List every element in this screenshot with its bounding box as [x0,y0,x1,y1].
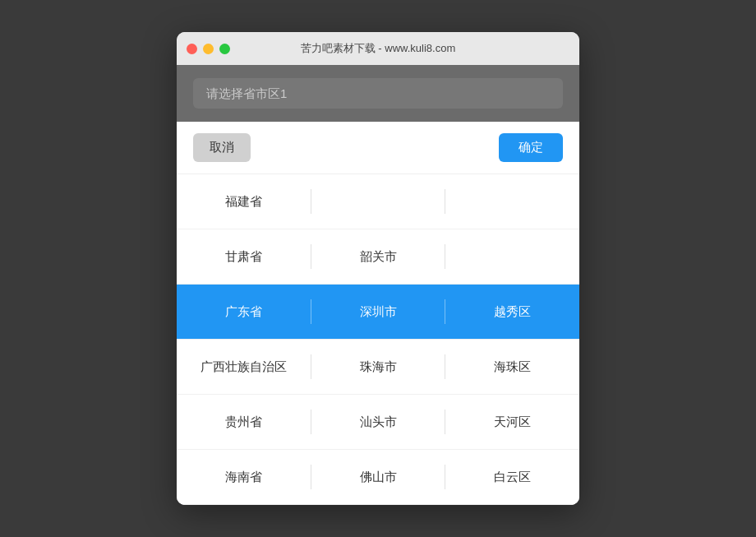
traffic-lights [187,44,230,54]
cell-text: 珠海市 [360,359,397,375]
picker-cell[interactable]: 珠海市 [311,340,445,394]
picker-cell[interactable]: 韶关市 [311,229,445,284]
cell-text: 广东省 [225,304,262,320]
cancel-button[interactable]: 取消 [193,133,251,162]
confirm-button[interactable]: 确定 [499,133,563,162]
picker-cell[interactable]: 汕头市 [311,395,445,449]
picker-cell[interactable] [445,229,579,284]
cell-text: 贵州省 [225,414,262,430]
picker-row[interactable]: 广东省深圳市越秀区 [177,285,579,340]
window-title: 苦力吧素材下载 - www.kuli8.com [301,41,456,56]
cell-text: 海南省 [225,470,262,485]
cell-text: 天河区 [494,414,531,430]
picker-cell[interactable]: 天河区 [445,395,579,449]
picker-cell[interactable]: 广东省 [177,285,311,339]
picker-cell[interactable]: 深圳市 [311,285,445,339]
picker-cell[interactable] [445,174,579,229]
cell-text: 韶关市 [360,249,397,265]
picker-row[interactable]: 广西壮族自治区珠海市海珠区 [177,340,579,395]
picker-row[interactable]: 福建省 [177,174,579,229]
picker-cell[interactable]: 广西壮族自治区 [177,340,311,394]
cell-text: 佛山市 [360,470,397,485]
cell-text: 汕头市 [360,414,397,430]
picker-cell[interactable]: 贵州省 [177,395,311,449]
picker-cell[interactable]: 海南省 [177,450,311,504]
minimize-button[interactable] [203,44,214,54]
search-input[interactable] [193,78,563,109]
action-bar: 取消 确定 [177,122,579,174]
picker-row[interactable]: 海南省佛山市白云区 [177,450,579,505]
cell-text: 广西壮族自治区 [201,359,287,375]
picker-row[interactable]: 贵州省汕头市天河区 [177,395,579,450]
picker-cell[interactable]: 福建省 [177,174,311,229]
picker-cell[interactable]: 白云区 [445,450,579,504]
maximize-button[interactable] [219,44,230,54]
search-bar [177,65,579,122]
cell-text: 越秀区 [494,304,531,320]
cell-text: 深圳市 [360,304,397,320]
cell-text: 甘肃省 [225,249,262,265]
app-window: 苦力吧素材下载 - www.kuli8.com 取消 确定 福建省甘肃省韶关市广… [177,32,579,505]
cell-text: 白云区 [494,470,531,485]
cell-text: 海珠区 [494,359,531,375]
title-bar: 苦力吧素材下载 - www.kuli8.com [177,32,579,65]
picker-cell[interactable]: 甘肃省 [177,229,311,284]
picker-cell[interactable]: 佛山市 [311,450,445,504]
picker-cell[interactable]: 海珠区 [445,340,579,394]
picker-cell[interactable] [311,174,445,229]
picker-list: 福建省甘肃省韶关市广东省深圳市越秀区广西壮族自治区珠海市海珠区贵州省汕头市天河区… [177,174,579,505]
main-content: 取消 确定 福建省甘肃省韶关市广东省深圳市越秀区广西壮族自治区珠海市海珠区贵州省… [177,65,579,505]
close-button[interactable] [187,44,197,54]
picker-cell[interactable]: 越秀区 [445,285,579,339]
picker-row[interactable]: 甘肃省韶关市 [177,229,579,285]
cell-text: 福建省 [225,194,262,210]
